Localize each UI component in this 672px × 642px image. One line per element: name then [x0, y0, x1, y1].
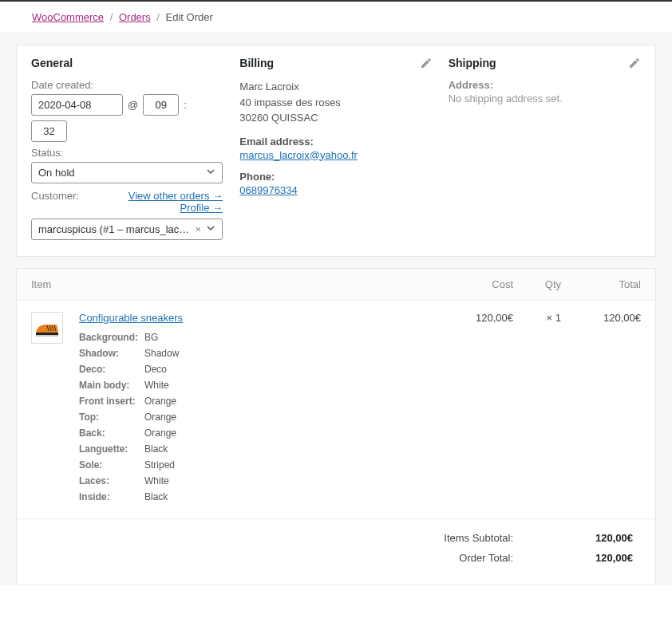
header-cost: Cost — [441, 278, 513, 290]
meta-value: BG — [144, 332, 158, 343]
shipping-column: Shipping Address: No shipping address se… — [449, 57, 641, 240]
item-total: 120,00€ — [561, 312, 641, 507]
shipping-address-label: Address: — [449, 79, 641, 91]
breadcrumb-bar: WooCommerce / Orders / Edit Order — [0, 0, 672, 33]
billing-email-link[interactable]: marcus_lacroix@yahoo.fr — [239, 149, 358, 161]
header-qty: Qty — [513, 278, 561, 290]
qty-prefix: × — [547, 312, 553, 324]
status-label: Status: — [31, 147, 223, 159]
meta-key: Main body: — [79, 380, 144, 391]
order-details-panel: General Date created: @ : Status: On hol… — [16, 45, 656, 257]
meta-row: Main body:White — [79, 380, 441, 391]
meta-key: Languette: — [79, 443, 144, 455]
item-qty: × 1 — [513, 312, 561, 507]
meta-key: Shadow: — [79, 348, 144, 359]
billing-city: 30260 QUISSAC — [239, 110, 432, 126]
customer-select[interactable]: marcuspicus (#1 – marcus_lacro… × — [31, 219, 223, 240]
totals-section: Items Subtotal: 120,00€ Order Total: 120… — [17, 519, 655, 585]
meta-row: Front insert:Orange — [79, 396, 441, 407]
qty-value: 1 — [555, 312, 561, 324]
meta-value: White — [144, 475, 169, 486]
customer-value: marcuspicus (#1 – marcus_lacro… — [38, 223, 190, 235]
date-created-label: Date created: — [31, 79, 223, 91]
hour-input[interactable] — [143, 94, 179, 116]
meta-row: Laces:White — [79, 475, 441, 486]
header-total: Total — [561, 278, 641, 290]
meta-value: Deco — [144, 364, 167, 375]
meta-value: Orange — [144, 396, 176, 407]
meta-row: Sole:Striped — [79, 459, 441, 471]
billing-heading: Billing — [239, 57, 432, 69]
meta-value: Striped — [144, 459, 175, 471]
items-header: Item Cost Qty Total — [17, 269, 655, 301]
general-column: General Date created: @ : Status: On hol… — [31, 57, 223, 240]
meta-key: Laces: — [79, 475, 144, 486]
shipping-no-address: No shipping address set. — [449, 93, 641, 104]
order-total-value: 120,00€ — [561, 552, 633, 564]
general-heading: General — [31, 57, 223, 69]
meta-key: Sole: — [79, 459, 144, 471]
meta-row: Deco:Deco — [79, 364, 441, 375]
minute-input[interactable] — [31, 120, 67, 142]
profile-link[interactable]: Profile → — [128, 202, 223, 214]
meta-key: Front insert: — [79, 396, 144, 407]
meta-row: Languette:Black — [79, 443, 441, 455]
meta-value: Black — [144, 443, 168, 455]
meta-key: Inside: — [79, 491, 144, 502]
pencil-icon[interactable] — [420, 57, 433, 69]
status-select[interactable]: On hold — [31, 162, 223, 183]
subtotal-value: 120,00€ — [561, 532, 633, 544]
pencil-icon[interactable] — [628, 57, 641, 69]
meta-key: Background: — [79, 332, 144, 343]
billing-name: Marc Lacroix — [239, 79, 432, 95]
subtotal-label: Items Subtotal: — [444, 532, 513, 544]
meta-row: Back:Orange — [79, 427, 441, 439]
breadcrumb-sep: / — [156, 11, 160, 23]
chevron-down-icon — [206, 223, 215, 235]
time-colon: : — [184, 99, 187, 111]
product-name-link[interactable]: Configurable sneakers — [79, 312, 183, 324]
email-label: Email address: — [239, 136, 432, 148]
meta-value: Black — [144, 491, 168, 502]
meta-value: Orange — [144, 427, 176, 439]
billing-street: 40 impasse des roses — [239, 95, 432, 111]
at-symbol: @ — [128, 99, 138, 111]
clear-icon[interactable]: × — [195, 223, 201, 235]
date-input[interactable] — [31, 94, 123, 116]
item-cost: 120,00€ — [441, 312, 513, 507]
phone-label: Phone: — [239, 171, 432, 183]
billing-column: Billing Marc Lacroix 40 impasse des rose… — [239, 57, 432, 240]
meta-key: Deco: — [79, 364, 144, 375]
meta-row: Shadow:Shadow — [79, 348, 441, 359]
item-row: Configurable sneakers Background:BGShado… — [17, 301, 655, 519]
billing-phone-link[interactable]: 0689976334 — [239, 184, 297, 196]
meta-key: Top: — [79, 412, 144, 423]
chevron-down-icon — [206, 167, 215, 179]
order-total-label: Order Total: — [459, 552, 513, 564]
meta-row: Background:BG — [79, 332, 441, 343]
meta-row: Inside:Black — [79, 491, 441, 502]
meta-value: Orange — [144, 412, 176, 423]
breadcrumb-sep: / — [110, 11, 113, 23]
meta-value: White — [144, 380, 169, 391]
shipping-heading: Shipping — [449, 57, 641, 69]
status-value: On hold — [38, 167, 75, 179]
breadcrumb-woocommerce[interactable]: WooCommerce — [32, 11, 104, 23]
meta-value: Shadow — [144, 348, 179, 359]
svg-rect-1 — [36, 333, 58, 335]
header-item: Item — [31, 278, 441, 290]
view-other-orders-link[interactable]: View other orders → — [128, 190, 223, 202]
svg-rect-2 — [36, 335, 58, 337]
breadcrumb-orders[interactable]: Orders — [119, 11, 151, 23]
breadcrumb-current: Edit Order — [166, 11, 213, 23]
customer-label: Customer: — [31, 190, 79, 202]
breadcrumb: WooCommerce / Orders / Edit Order — [32, 11, 640, 23]
meta-key: Back: — [79, 427, 144, 439]
meta-row: Top:Orange — [79, 412, 441, 423]
product-thumbnail[interactable] — [31, 312, 63, 344]
items-panel: Item Cost Qty Total Configurable sneaker… — [16, 268, 656, 585]
